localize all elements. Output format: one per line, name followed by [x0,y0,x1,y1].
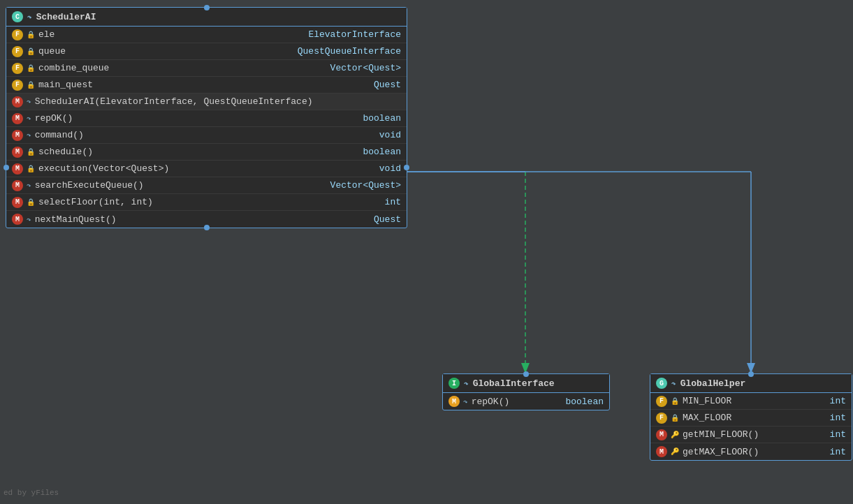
gh-maxfloor-name: MAX_FLOOR [683,413,826,423]
gi-repok-arrow: ↷ [463,397,468,406]
gh-getminfloor-icon: M [656,429,667,440]
field-queue-lock: 🔒 [27,47,35,56]
scheduler-class-icon: C [12,11,23,22]
constructor-arrow: ↷ [27,97,31,106]
gh-getmaxfloor-icon: M [656,446,667,457]
method-schedule-icon: M [12,147,23,158]
gh-field-minfloor: F 🔒 MIN_FLOOR int [650,393,852,410]
gi-connector-top [523,371,529,377]
connector-left [3,165,9,170]
gh-getminfloor-name: getMIN_FLOOR() [683,429,826,440]
gh-connector-top [748,371,754,377]
gi-arrow-icon: ↷ [464,379,469,388]
method-nextmainquest-icon: M [12,214,23,225]
gh-getmaxfloor-name: getMAX_FLOOR() [683,447,826,457]
method-command-icon: M [12,130,23,141]
gh-field-maxfloor: F 🔒 MAX_FLOOR int [650,410,852,427]
gh-getmaxfloor-type: int [830,447,846,457]
global-helper-node: G ↷ GlobalHelper F 🔒 MIN_FLOOR int F 🔒 M… [650,373,852,461]
field-mainquest-lock: 🔒 [27,81,35,89]
method-repok-icon: M [12,113,23,124]
method-schedule-lock: 🔒 [27,148,35,156]
gi-header: I ↷ GlobalInterface [443,374,609,393]
gh-header: G ↷ GlobalHelper [650,374,852,393]
gi-repok-icon: M [449,396,460,407]
method-repok: M ↷ repOK() boolean [6,110,407,127]
method-command-name: command() [35,130,376,140]
gi-title: GlobalInterface [473,378,555,389]
scheduler-header: C ↷ SchedulerAI [6,8,407,27]
method-selectfloor: M 🔒 selectFloor(int, int) int [6,194,407,211]
scheduler-arrow-icon: ↷ [27,13,32,22]
method-command: M ↷ command() void [6,127,407,144]
gh-maxfloor-icon: F [656,413,667,424]
gh-minfloor-type: int [830,396,846,406]
gi-repok-type: boolean [565,396,604,407]
field-mainquest-icon: F [12,80,23,91]
method-selectfloor-lock: 🔒 [27,198,35,207]
method-repok-arrow: ↷ [27,114,31,123]
method-execution-name: execution(Vector<Quest>) [38,163,376,174]
scheduler-node: C ↷ SchedulerAI F 🔒 ele ElevatorInterfac… [6,7,407,228]
method-searchexecute-name: searchExecuteQueue() [35,180,327,191]
field-ele-name: ele [38,29,305,40]
gh-method-getminfloor: M 🔑 getMIN_FLOOR() int [650,427,852,443]
gh-minfloor-lock: 🔒 [671,397,679,406]
method-nextmainquest-name: nextMainQuest() [35,214,370,225]
constructor-name: SchedulerAI(ElevatorInterface, QuestQueu… [35,96,401,107]
method-selectfloor-name: selectFloor(int, int) [38,197,381,207]
field-combine-lock: 🔒 [27,64,35,73]
method-schedule-name: schedule() [38,147,359,157]
method-selectfloor-icon: M [12,197,23,208]
gi-method-repok: M ↷ repOK() boolean [443,393,609,410]
connector-right [404,165,409,170]
method-searchexecute: M ↷ searchExecuteQueue() Vector<Quest> [6,177,407,194]
gi-icon: I [449,378,460,389]
method-execution-lock: 🔒 [27,165,35,173]
field-queue-icon: F [12,46,23,57]
method-selectfloor-type: int [385,197,401,207]
method-execution-type: void [379,163,401,174]
gh-minfloor-icon: F [656,396,667,407]
field-mainquest-type: Quest [374,80,401,90]
method-command-type: void [379,130,401,140]
field-combine-type: Vector<Quest> [330,63,401,73]
gh-getminfloor-key: 🔑 [671,431,679,439]
field-combine-queue: F 🔒 combine_queue Vector<Quest> [6,60,407,77]
method-command-arrow: ↷ [27,131,31,140]
field-queue: F 🔒 queue QuestQueueInterface [6,43,407,60]
field-ele-lock: 🔒 [27,31,35,39]
field-queue-name: queue [38,46,294,57]
field-ele-type: ElevatorInterface [308,29,401,40]
method-execution-icon: M [12,163,23,175]
field-combine-name: combine_queue [38,63,327,73]
gi-repok-name: repOK() [472,396,562,407]
connector-bottom [204,225,210,230]
method-searchexecute-arrow: ↷ [27,181,31,190]
method-searchexecute-type: Vector<Quest> [330,180,401,191]
method-execution: M 🔒 execution(Vector<Quest>) void [6,161,407,177]
field-combine-icon: F [12,63,23,74]
field-ele-icon: F [12,29,23,40]
gh-maxfloor-type: int [830,413,846,423]
gh-arrow-icon: ↷ [671,379,676,388]
method-repok-type: boolean [363,113,401,124]
field-mainquest-name: main_quest [38,80,370,90]
method-schedule: M 🔒 schedule() boolean [6,144,407,161]
method-nextmainquest-type: Quest [374,214,401,225]
method-schedule-type: boolean [363,147,401,157]
gh-maxfloor-lock: 🔒 [671,414,679,422]
method-repok-name: repOK() [35,113,360,124]
gh-method-getmaxfloor: M 🔑 getMAX_FLOOR() int [650,443,852,460]
gh-icon: G [656,378,667,389]
gh-minfloor-name: MIN_FLOOR [683,396,826,406]
global-interface-node: I ↷ GlobalInterface M ↷ repOK() boolean [442,373,610,410]
constructor-row: M ↷ SchedulerAI(ElevatorInterface, Quest… [6,94,407,110]
scheduler-title: SchedulerAI [36,12,96,22]
method-searchexecute-icon: M [12,180,23,191]
canvas: C ↷ SchedulerAI F 🔒 ele ElevatorInterfac… [0,0,853,504]
constructor-icon: M [12,96,23,108]
connector-top [204,5,210,10]
gh-title: GlobalHelper [680,378,746,389]
watermark: ed by yFiles [3,489,59,497]
